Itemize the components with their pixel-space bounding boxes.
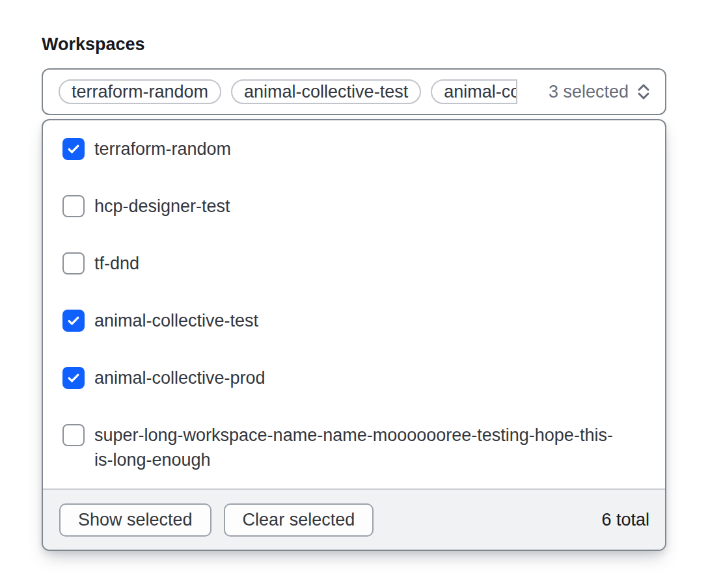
checkbox-unchecked[interactable] [62, 424, 85, 446]
option-row[interactable]: animal-collective-prod [43, 349, 665, 407]
checkbox-unchecked[interactable] [62, 195, 85, 217]
checkbox-checked[interactable] [62, 310, 85, 332]
check-icon [66, 313, 81, 328]
multiselect-trigger[interactable]: terraform-random animal-collective-test … [42, 68, 666, 115]
selected-pill: animal-collective-test [231, 79, 421, 104]
show-selected-button[interactable]: Show selected [59, 503, 211, 537]
chevron-up-down-icon [635, 81, 652, 102]
selected-pill: animal-co [431, 79, 517, 104]
option-label: terraform-random [94, 137, 231, 161]
options-dropdown: terraform-randomhcp-designer-testtf-dnda… [42, 119, 666, 551]
clear-selected-button[interactable]: Clear selected [224, 503, 374, 537]
dropdown-footer: Show selected Clear selected 6 total [43, 488, 665, 550]
checkbox-checked[interactable] [62, 138, 85, 160]
option-row[interactable]: terraform-random [43, 120, 665, 178]
option-row[interactable]: hcp-designer-test [43, 178, 665, 235]
option-label: hcp-designer-test [94, 194, 230, 219]
selected-pills: terraform-random animal-collective-test … [59, 79, 517, 104]
option-row[interactable]: tf-dnd [43, 235, 665, 292]
options-list: terraform-randomhcp-designer-testtf-dnda… [43, 120, 665, 488]
check-icon [66, 141, 81, 157]
option-label: tf-dnd [94, 251, 139, 276]
field-label: Workspaces [42, 34, 666, 55]
option-label: super-long-workspace-name-name-moooooore… [94, 423, 623, 472]
workspaces-multiselect-panel: Workspaces terraform-random animal-colle… [0, 0, 708, 588]
option-label: animal-collective-test [94, 308, 258, 333]
check-icon [66, 370, 81, 386]
checkbox-unchecked[interactable] [62, 252, 85, 274]
checkbox-checked[interactable] [62, 367, 85, 389]
selected-pill: terraform-random [59, 79, 221, 104]
option-label: animal-collective-prod [94, 366, 266, 390]
option-row[interactable]: super-long-workspace-name-name-moooooore… [43, 407, 665, 488]
total-count-label: 6 total [601, 510, 649, 530]
selected-pill-truncated: animal-co [431, 79, 517, 104]
selected-count-label: 3 selected [539, 82, 629, 102]
option-row[interactable]: animal-collective-test [43, 292, 665, 349]
